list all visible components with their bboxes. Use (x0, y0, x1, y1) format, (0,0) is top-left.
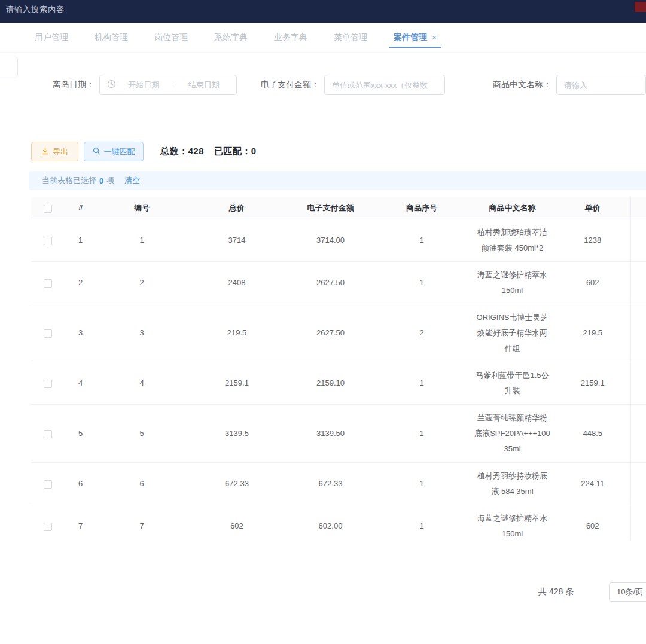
cell-clipped (630, 463, 646, 505)
cell-clipped (630, 262, 646, 304)
global-search-input[interactable]: 请输入搜索内容 (0, 0, 65, 15)
clear-selection-link[interactable]: 清空 (124, 175, 140, 186)
cell-seq: 1 (374, 262, 470, 304)
page-size-select[interactable]: 10条/页 (609, 582, 646, 602)
cell-name: 植村秀羽纱持妆粉底液 584 35ml (470, 463, 555, 505)
cell-payment: 3714.00 (287, 219, 374, 262)
cell-seq: 1 (374, 405, 470, 463)
clipped-left-panel (0, 57, 18, 77)
pagination-total: 共 428 条 (538, 587, 574, 597)
tab-case-management[interactable]: 案件管理 × (394, 23, 437, 52)
selection-count: 0 (99, 176, 103, 185)
cell-payment: 2627.50 (287, 304, 374, 362)
row-checkbox[interactable] (44, 523, 52, 531)
cell-code: 5 (97, 405, 187, 463)
cell-seq: 2 (374, 304, 470, 362)
cell-clipped (630, 505, 646, 541)
col-name: 商品中文名称 (470, 197, 555, 219)
export-button[interactable]: 导出 (31, 142, 78, 161)
row-checkbox[interactable] (44, 237, 52, 245)
pagination-bar: 共 428 条 10条/页 (0, 582, 646, 603)
cell-seq: 1 (374, 505, 470, 541)
cell-unit: 219.5 (555, 304, 630, 362)
row-checkbox[interactable] (44, 430, 52, 438)
cell-name: 植村秀新琥珀臻萃洁颜油套装 450ml*2 (470, 219, 555, 262)
page-size-value: 10条/页 (617, 587, 643, 597)
depart-date-range-picker[interactable]: 开始日期 - 结束日期 (99, 75, 237, 95)
tab-label: 机构管理 (95, 32, 128, 43)
one-click-match-button[interactable]: 一键匹配 (84, 142, 144, 161)
top-navbar: 请输入搜索内容 (0, 0, 646, 23)
row-checkbox[interactable] (44, 380, 52, 388)
cell-unit: 448.5 (555, 405, 630, 463)
row-checkbox[interactable] (44, 279, 52, 288)
case-management-screen: 请输入搜索内容 用户管理 机构管理 岗位管理 系统字典 业务字典 菜单管理 案件… (0, 0, 646, 644)
tab-label: 岗位管理 (154, 32, 188, 43)
table-row: 4 4 2159.1 2159.10 1 马爹利蓝带干邑1.5公升装 2159.… (31, 362, 646, 405)
col-total: 总价 (187, 197, 287, 219)
col-code: 编号 (97, 197, 187, 219)
epayment-amount-input[interactable] (324, 75, 445, 95)
selection-suffix: 项 (106, 175, 114, 186)
cell-total: 672.33 (187, 463, 287, 505)
tab-menu-management[interactable]: 菜单管理 (334, 23, 367, 52)
selection-prefix: 当前表格已选择 (42, 175, 96, 186)
cell-code: 2 (97, 262, 187, 304)
col-seq: 商品序号 (374, 197, 470, 219)
match-statistics: 总数：428 已匹配：0 (160, 146, 257, 157)
tab-label: 用户管理 (35, 32, 68, 43)
table-row: 3 3 219.5 2627.50 2 ORIGINS韦博士灵芝焕能好底子精华水… (31, 304, 646, 362)
match-button-label: 一键匹配 (104, 146, 135, 157)
cell-code: 1 (97, 219, 187, 262)
cell-total: 3139.5 (187, 405, 287, 463)
action-toolbar: 导出 一键匹配 总数：428 已匹配：0 (0, 142, 646, 161)
product-name-label: 商品中文名称： (493, 80, 551, 90)
cell-payment: 2627.50 (287, 262, 374, 304)
tab-label: 系统字典 (214, 32, 248, 43)
matched-label: 已匹配： (214, 146, 251, 156)
cell-seq: 1 (374, 219, 470, 262)
cell-name: ORIGINS韦博士灵芝焕能好底子精华水两件组 (470, 304, 555, 362)
cell-seq: 1 (374, 463, 470, 505)
tab-user-management[interactable]: 用户管理 (35, 23, 68, 52)
table-row: 1 1 3714 3714.00 1 植村秀新琥珀臻萃洁颜油套装 450ml*2… (31, 219, 646, 262)
export-button-label: 导出 (53, 146, 68, 157)
start-date-placeholder[interactable]: 开始日期 (118, 80, 169, 90)
tab-business-dict[interactable]: 业务字典 (274, 23, 307, 52)
matched-value: 0 (251, 146, 257, 156)
topbar-corner-badge (635, 2, 646, 12)
tab-org-management[interactable]: 机构管理 (95, 23, 128, 52)
cell-index: 1 (64, 219, 97, 262)
cell-unit: 1238 (555, 219, 630, 262)
cell-index: 6 (64, 463, 97, 505)
total-label: 总数： (160, 146, 188, 156)
tab-close-icon[interactable]: × (432, 33, 437, 42)
cell-payment: 672.33 (287, 463, 374, 505)
cell-index: 4 (64, 362, 97, 405)
cell-index: 2 (64, 262, 97, 304)
tab-post-management[interactable]: 岗位管理 (154, 23, 188, 52)
cell-name: 海蓝之谜修护精萃水 150ml (470, 505, 555, 541)
end-date-placeholder[interactable]: 结束日期 (179, 80, 229, 90)
cell-payment: 2159.10 (287, 362, 374, 405)
row-checkbox[interactable] (44, 329, 52, 338)
cell-unit: 2159.1 (555, 362, 630, 405)
total-value: 428 (188, 146, 205, 156)
cell-name: 马爹利蓝带干邑1.5公升装 (470, 362, 555, 405)
date-range-separator: - (169, 81, 178, 90)
open-tabs-bar: 用户管理 机构管理 岗位管理 系统字典 业务字典 菜单管理 案件管理 × (0, 23, 646, 53)
tab-system-dict[interactable]: 系统字典 (214, 23, 248, 52)
product-name-input[interactable] (556, 75, 646, 95)
tab-label: 业务字典 (274, 32, 307, 43)
cell-name: 兰蔻菁纯臻颜精华粉底液SPF20PA+++100 35ml (470, 405, 555, 463)
cell-payment: 3139.50 (287, 405, 374, 463)
row-checkbox[interactable] (44, 480, 52, 489)
cell-index: 7 (64, 505, 97, 541)
cell-total: 2408 (187, 262, 287, 304)
table-row: 7 7 602 602.00 1 海蓝之谜修护精萃水 150ml 602 (31, 505, 646, 541)
cell-index: 5 (64, 405, 97, 463)
select-all-checkbox[interactable] (44, 205, 52, 213)
table-row: 5 5 3139.5 3139.50 1 兰蔻菁纯臻颜精华粉底液SPF20PA+… (31, 405, 646, 463)
cell-total: 3714 (187, 219, 287, 262)
cell-code: 7 (97, 505, 187, 541)
